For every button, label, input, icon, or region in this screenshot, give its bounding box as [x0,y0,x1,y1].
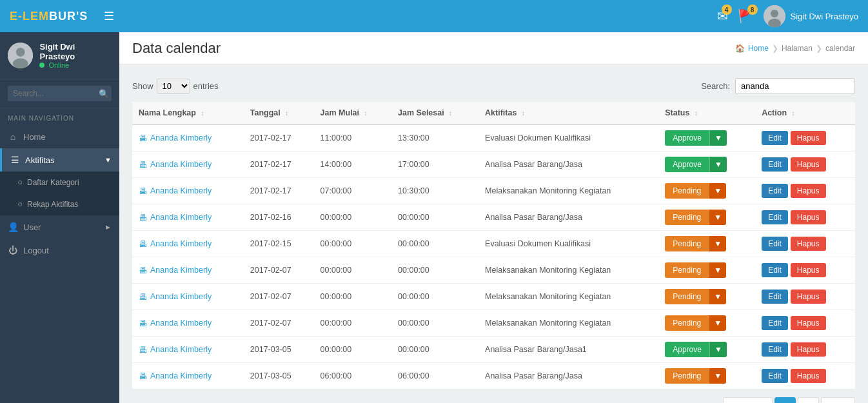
user-info[interactable]: Sigit Dwi Prasteyo [764,5,858,27]
cell-action-2: Edit Hapus [755,178,855,204]
search-button[interactable]: 🔍 [99,89,109,99]
edit-button-0[interactable]: Edit [762,131,788,145]
cell-jam-mulai-1: 14:00:00 [314,152,392,178]
status-button-4[interactable]: Pending [665,236,709,251]
status-dropdown-8[interactable]: ▼ [709,342,727,357]
hapus-button-3[interactable]: Hapus [791,210,826,224]
status-button-1[interactable]: Approve [665,157,709,172]
edit-button-6[interactable]: Edit [762,290,788,304]
edit-button-7[interactable]: Edit [762,316,788,330]
cell-tanggal-9: 2017-03-05 [244,363,314,389]
user-link-0[interactable]: 🖶 Ananda Kimberly [139,133,237,143]
logout-icon: ⏻ [8,245,18,255]
brand-logo: E-LEMBUR'S [10,10,88,23]
breadcrumb-halaman: Halaman [782,44,813,53]
edit-button-4[interactable]: Edit [762,237,788,251]
show-entries-select[interactable]: 10 25 50 100 [157,79,190,93]
status-dropdown-2[interactable]: ▼ [709,183,726,199]
edit-button-1[interactable]: Edit [762,157,788,172]
cell-status-9: Pending ▼ [658,363,755,389]
status-button-8[interactable]: Approve [665,342,709,357]
hapus-button-4[interactable]: Hapus [791,237,826,251]
status-dropdown-1[interactable]: ▼ [709,157,727,172]
edit-button-5[interactable]: Edit [762,263,788,277]
status-button-7[interactable]: Pending [665,315,709,331]
user-link-9[interactable]: 🖶 Ananda Kimberly [139,371,237,381]
user-link-1[interactable]: 🖶 Ananda Kimberly [139,160,237,170]
sort-icon-nama: ↕ [201,110,204,117]
cell-status-0: Approve ▼ [658,124,755,152]
cell-jam-selesai-4: 00:00:00 [391,231,478,257]
page-1-button[interactable]: 1 [774,397,796,403]
status-btn-wrap-9: Pending ▼ [665,368,749,384]
edit-button-8[interactable]: Edit [762,342,788,357]
hapus-button-0[interactable]: Hapus [791,131,826,145]
edit-button-3[interactable]: Edit [762,210,788,224]
bell-icon-wrap[interactable]: 🚩 8 [738,8,754,24]
hapus-button-8[interactable]: Hapus [791,342,826,357]
table-row: 🖶 Ananda Kimberly 2017-02-17 14:00:00 17… [132,152,855,178]
svg-point-1 [771,10,778,17]
topbar-user-name: Sigit Dwi Prasteyo [791,12,858,21]
sidebar-item-rekap-aktifitas[interactable]: Rekap Aktifitas [0,193,119,215]
sidebar-item-daftar-kategori[interactable]: Daftar Kategori [0,172,119,193]
table-controls-top: Show 10 25 50 100 entries Search: [132,78,855,94]
user-link-6[interactable]: 🖶 Ananda Kimberly [139,292,237,302]
status-button-5[interactable]: Pending [665,262,709,278]
status-button-3[interactable]: Pending [665,210,709,225]
status-button-0[interactable]: Approve [665,130,709,146]
hapus-button-5[interactable]: Hapus [791,263,826,277]
page-2-button[interactable]: 2 [798,397,819,403]
user-link-7[interactable]: 🖶 Ananda Kimberly [139,319,237,328]
edit-button-9[interactable]: Edit [762,369,788,383]
status-button-2[interactable]: Pending [665,183,709,199]
hapus-button-2[interactable]: Hapus [791,184,826,198]
pagination: Previous 1 2 Next [723,397,855,403]
edit-button-2[interactable]: Edit [762,184,788,198]
action-btns-5: Edit Hapus [762,263,849,277]
user-link-8[interactable]: 🖶 Ananda Kimberly [139,345,237,355]
mail-icon-wrap[interactable]: ✉ 4 [717,8,728,24]
user-link-3[interactable]: 🖶 Ananda Kimberly [139,213,237,222]
col-header-tanggal: Tanggal ↕ [244,102,314,124]
hapus-button-9[interactable]: Hapus [791,369,826,383]
cell-aktifitas-6: Melaksanakan Monitoring Kegiatan [478,284,658,310]
status-dropdown-6[interactable]: ▼ [709,289,726,304]
hapus-button-1[interactable]: Hapus [791,157,826,172]
status-dropdown-5[interactable]: ▼ [709,262,726,278]
status-dropdown-3[interactable]: ▼ [709,210,726,225]
cell-tanggal-1: 2017-02-17 [244,152,314,178]
table-row: 🖶 Ananda Kimberly 2017-02-07 00:00:00 00… [132,257,855,284]
show-label: Show [132,81,153,91]
sidebar-item-logout[interactable]: ⏻ Logout [0,239,119,262]
hapus-button-7[interactable]: Hapus [791,316,826,330]
status-button-9[interactable]: Pending [665,368,709,384]
status-btn-wrap-4: Pending ▼ [665,236,749,251]
sidebar-item-aktifitas[interactable]: ☰ Aktifitas ▼ [0,148,119,172]
next-button[interactable]: Next [821,397,855,403]
sidebar-item-user[interactable]: 👤 User ► [0,215,119,239]
cell-nama-8: 🖶 Ananda Kimberly [132,337,244,363]
user-link-5[interactable]: 🖶 Ananda Kimberly [139,266,237,275]
hapus-button-6[interactable]: Hapus [791,290,826,304]
status-btn-wrap-8: Approve ▼ [665,342,749,357]
status-btn-wrap-7: Pending ▼ [665,315,749,331]
cell-tanggal-0: 2017-02-17 [244,124,314,152]
status-dropdown-4[interactable]: ▼ [709,236,726,251]
page-title: Data calendar [132,40,221,57]
status-dropdown-0[interactable]: ▼ [709,130,727,146]
status-button-6[interactable]: Pending [665,289,709,304]
mail-badge: 4 [722,5,732,15]
user-link-4[interactable]: 🖶 Ananda Kimberly [139,239,237,249]
table-header-row: Nama Lengkap ↕ Tanggal ↕ Jam Mulai ↕ Jam… [132,102,855,124]
user-link-2[interactable]: 🖶 Ananda Kimberly [139,186,237,196]
hamburger-icon[interactable]: ☰ [104,9,114,23]
status-dropdown-7[interactable]: ▼ [709,315,726,331]
sidebar-item-home[interactable]: ⌂ Home [0,125,119,148]
cell-tanggal-5: 2017-02-07 [244,257,314,284]
breadcrumb-home[interactable]: Home [748,44,769,53]
table-search-input[interactable] [735,78,855,94]
status-dropdown-9[interactable]: ▼ [709,368,726,384]
search-input[interactable] [8,86,112,101]
prev-button[interactable]: Previous [723,397,773,403]
